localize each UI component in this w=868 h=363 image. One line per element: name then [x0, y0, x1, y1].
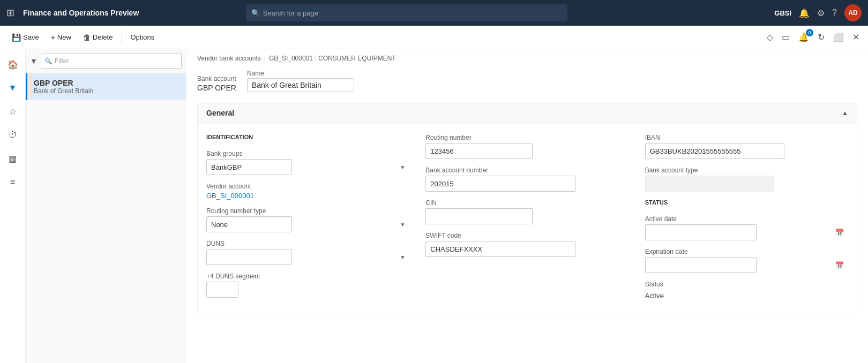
toolbar: 💾 Save + New 🗑 Delete Options ◇ ▭ 🔔 0 ↻ …	[0, 26, 868, 49]
expiration-date-input[interactable]	[645, 257, 757, 273]
iban-input[interactable]	[645, 143, 784, 159]
identification-column: IDENTIFICATION Bank groups BankGBP BankU…	[206, 134, 409, 302]
duns-select-wrap: ▼	[206, 249, 409, 265]
swift-code-input[interactable]	[425, 241, 575, 257]
bank-account-type-input[interactable]	[645, 176, 774, 192]
status-value: Active	[645, 290, 848, 302]
iban-label: IBAN	[645, 134, 848, 141]
vendor-account-label: Vendor account	[206, 183, 409, 190]
collapse-icon[interactable]: ▲	[842, 109, 848, 117]
record-header: Bank account GBP OPER Name	[186, 62, 868, 97]
bank-groups-select[interactable]: BankGBP BankUSD BankEUR	[206, 159, 292, 175]
sidebar-item-workspace[interactable]: ≡	[3, 172, 23, 192]
identification-label: IDENTIFICATION	[206, 134, 409, 140]
bank-account-number-field: Bank account number	[425, 167, 628, 192]
settings-icon[interactable]: ⚙	[817, 8, 825, 18]
cin-field: CIN	[425, 199, 628, 224]
breadcrumb-separator: |	[264, 55, 266, 62]
routing-number-type-wrap: None ABA SWIFT ▼	[206, 216, 409, 232]
expiration-date-label: Expiration date	[645, 248, 848, 255]
badge-icon[interactable]: 🔔 0	[796, 30, 811, 44]
save-icon: 💾	[12, 33, 21, 42]
delete-button[interactable]: 🗑 Delete	[78, 31, 118, 44]
sidebar-item-filter[interactable]: ▼	[3, 78, 23, 97]
general-section-title: General	[206, 109, 234, 117]
iban-field: IBAN	[645, 134, 848, 159]
search-icon: 🔍	[251, 9, 260, 17]
bank-groups-chevron: ▼	[400, 164, 405, 170]
general-section-header[interactable]: General ▲	[198, 103, 857, 123]
bank-account-type-field: Bank account type	[645, 167, 848, 192]
swift-code-label: SWIFT code	[425, 232, 628, 239]
toolbar-separator	[121, 31, 122, 44]
name-field-group: Name	[247, 70, 354, 92]
bank-groups-select-wrap: BankGBP BankUSD BankEUR ▼	[206, 159, 409, 175]
search-input[interactable]	[263, 9, 562, 17]
bank-account-number-input[interactable]	[425, 176, 575, 192]
new-button[interactable]: + New	[46, 31, 77, 44]
grid-icon[interactable]: ⊞	[6, 7, 14, 19]
duns-segment-field: +4 DUNS segment	[206, 273, 409, 298]
app-title: Finance and Operations Preview	[23, 9, 139, 17]
swift-code-field: SWIFT code	[425, 232, 628, 257]
sidebar-item-favorites[interactable]: ☆	[3, 102, 23, 121]
search-small-icon: 🔍	[44, 57, 53, 65]
diamond-icon[interactable]: ◇	[765, 30, 775, 44]
bank-account-field-group: Bank account GBP OPER	[197, 75, 236, 92]
duns-select[interactable]	[206, 249, 292, 265]
duns-segment-label: +4 DUNS segment	[206, 273, 409, 280]
routing-number-type-select[interactable]: None ABA SWIFT	[206, 216, 292, 232]
bank-groups-label: Bank groups	[206, 150, 409, 157]
list-search[interactable]: 🔍	[41, 54, 182, 69]
vendor-account-field: Vendor account GB_SI_000001	[206, 183, 409, 200]
bank-account-number-label: Bank account number	[425, 167, 628, 174]
list-item-gbpoper[interactable]: GBP OPER Bank of Great Britain	[26, 73, 186, 100]
duns-label: DUNS	[206, 240, 409, 247]
cin-input[interactable]	[425, 208, 533, 224]
sidebar-item-recent[interactable]: ⏱	[3, 125, 23, 145]
routing-number-type-label: Routing number type	[206, 207, 409, 215]
sidebar-item-home[interactable]: 🏠	[3, 55, 23, 74]
duns-segment-input[interactable]	[206, 282, 238, 298]
user-code: GBSI	[774, 9, 791, 17]
duns-field: DUNS ▼	[206, 240, 409, 265]
delete-icon: 🗑	[83, 33, 91, 42]
active-date-calendar-icon: 📅	[835, 229, 844, 237]
routing-number-type-field: Routing number type None ABA SWIFT ▼	[206, 207, 409, 232]
vendor-account-link[interactable]: GB_SI_000001	[206, 192, 409, 200]
top-nav-right: GBSI 🔔 ⚙ ? AD	[774, 4, 862, 21]
routing-number-field: Routing number	[425, 134, 628, 159]
toolbar-right: ◇ ▭ 🔔 0 ↻ ⬜ ✕	[765, 30, 862, 44]
iban-status-column: IBAN Bank account type STATUS Active dat…	[645, 134, 848, 302]
routing-type-chevron: ▼	[400, 222, 405, 228]
breadcrumb: Vendor bank accounts | GB_SI_000001 : CO…	[186, 49, 868, 62]
active-date-input[interactable]	[645, 224, 757, 240]
list-filter-icon[interactable]: ▼	[30, 57, 38, 65]
expand-icon[interactable]: ⬜	[831, 30, 846, 44]
list-item-subtitle: Bank of Great Britain	[34, 87, 179, 95]
avatar[interactable]: AD	[844, 4, 862, 21]
sidebar-item-modules[interactable]: ▦	[3, 149, 23, 168]
close-icon[interactable]: ✕	[850, 30, 862, 44]
notification-badge: 0	[806, 29, 813, 36]
notification-icon[interactable]: 🔔	[799, 8, 810, 18]
breadcrumb-record: GB_SI_000001 : CONSUMER EQUIPMENT	[269, 55, 396, 62]
options-button[interactable]: Options	[125, 31, 160, 43]
bank-account-label: Bank account	[197, 75, 236, 82]
top-nav: ⊞ Finance and Operations Preview 🔍 GBSI …	[0, 0, 868, 26]
list-filter-input[interactable]	[55, 57, 178, 65]
panel-icon[interactable]: ▭	[780, 30, 792, 44]
bank-groups-field: Bank groups BankGBP BankUSD BankEUR ▼	[206, 150, 409, 175]
duns-chevron: ▼	[400, 254, 405, 260]
bank-account-type-label: Bank account type	[645, 167, 848, 174]
routing-number-input[interactable]	[425, 143, 533, 159]
status-label: STATUS	[645, 199, 848, 206]
list-item-title: GBP OPER	[34, 79, 179, 87]
search-bar[interactable]: 🔍	[246, 4, 567, 21]
refresh-icon[interactable]: ↻	[815, 30, 827, 44]
general-section-body: IDENTIFICATION Bank groups BankGBP BankU…	[198, 123, 857, 313]
help-icon[interactable]: ?	[832, 8, 837, 18]
sidebar-icons: 🏠 ▼ ☆ ⏱ ▦ ≡	[0, 49, 26, 363]
name-input[interactable]	[247, 78, 354, 92]
save-button[interactable]: 💾 Save	[6, 31, 44, 44]
